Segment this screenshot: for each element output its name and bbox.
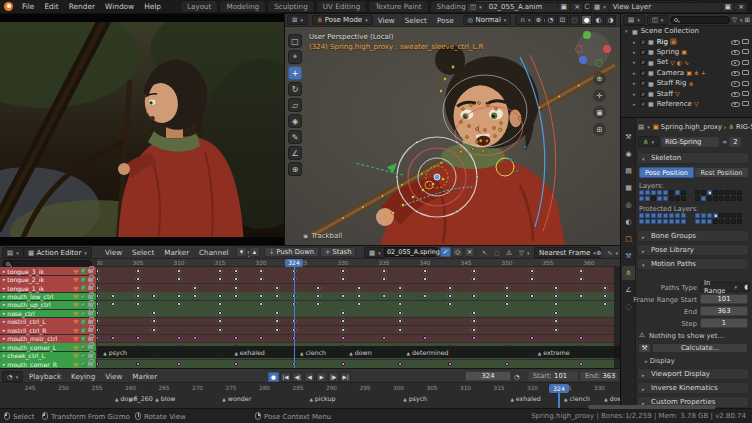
modifier-wrench-icon[interactable]: ⚒ [73,293,78,300]
layers-grid-right[interactable] [695,190,742,201]
close-scene-icon[interactable]: × [571,3,583,12]
layer-cell[interactable] [651,196,656,201]
keyframe[interactable] [97,293,100,299]
modifier-wrench-icon[interactable]: ⚒ [73,318,78,325]
frame-start-field[interactable]: Start: 101 [528,371,578,381]
keyframe[interactable] [529,293,535,299]
layer-cell[interactable] [701,196,706,201]
users-count-button[interactable]: 2 [729,137,741,147]
checkbox-icon[interactable]: ✓ [640,70,646,76]
keyframe[interactable] [340,293,346,299]
protected-layer-cell[interactable] [645,219,650,224]
disable-render-icon[interactable] [742,91,749,96]
disclosure-icon[interactable]: ▸ [633,70,640,76]
keyframe[interactable] [447,285,453,291]
keyframe[interactable] [603,285,609,291]
keyframe[interactable] [176,335,182,341]
panel-motion-paths[interactable]: Motion Paths [637,258,749,270]
outliner-item-staff[interactable]: ▸✓▦Staff▽ [621,88,752,98]
keyframe[interactable] [97,302,100,308]
menu-help[interactable]: Help [139,2,166,11]
layer-cell[interactable] [663,190,668,195]
disclosure-icon[interactable]: ▸ [633,101,640,107]
layer-cell[interactable] [737,190,742,195]
material-shading-icon[interactable]: ◐ [593,15,604,25]
next-keyframe-button[interactable]: |▶ [328,372,339,382]
modifier-wrench-icon[interactable]: ⚒ [73,285,78,292]
timeline-marker-f-260[interactable]: F_260 [129,395,153,402]
keyframe[interactable] [217,327,223,333]
pointer-icon[interactable]: ↖ [482,247,487,258]
expand-icon[interactable]: ▸ [3,319,5,324]
lock-icon[interactable] [88,278,93,282]
calculate-button[interactable]: Calculate... [652,343,748,353]
keyframe[interactable] [398,310,404,316]
timeline-editor-type-button[interactable]: ◔▾ [2,371,23,382]
keyframe[interactable] [603,293,609,299]
axis-x-neg-icon[interactable] [575,45,583,53]
keyframe[interactable] [97,285,100,291]
marker-extreme[interactable]: extreme [538,349,570,356]
disclosure-icon[interactable]: ▸ [633,39,640,45]
hide-eye-icon[interactable] [731,38,739,46]
protected-layer-cell[interactable] [695,219,700,224]
previous-keyframe-button[interactable]: ◀| [292,372,303,382]
layer-cell[interactable] [701,190,706,195]
keyframe[interactable] [152,319,158,325]
keyframe[interactable] [504,302,510,308]
channel-enable-checkbox[interactable]: ✓ [81,328,87,334]
keyframe[interactable] [234,276,240,282]
protected-layer-cell[interactable] [701,219,706,224]
outliner-item-rig[interactable]: ▸✓▦Rig⋔ [621,36,752,46]
expand-icon[interactable]: ▸ [3,302,5,307]
keyframe[interactable] [176,361,182,367]
timeline-menu-view[interactable]: View [100,372,127,381]
properties-tab-world[interactable]: ◐ [622,215,635,229]
keyframe[interactable] [275,293,281,299]
key-row-mouth-low-ctrl[interactable] [97,292,620,300]
keyframe[interactable] [275,319,281,325]
keyframe[interactable] [381,335,387,341]
channel-mouth-corner-l[interactable]: ▸mouth_corner_L⚒✓ [0,343,96,351]
view-layer-selector[interactable]: ▦▾ View Layer ▣ × [590,2,748,13]
keyframe[interactable] [340,361,346,367]
timeline-marker-down[interactable]: down [604,395,620,402]
view-layer-name[interactable]: View Layer [610,3,722,12]
camera-view-icon[interactable]: ▣ [593,106,606,119]
channel-tongue-2-ik[interactable]: ▸tongue_2_ik⚒✓ [0,276,96,284]
axis-y-neg-icon[interactable] [595,59,603,67]
wireframe-shading-icon[interactable]: ◌ [569,15,580,25]
3d-viewport[interactable]: ⊞▾ ⋔ Pose Mode▾ ViewSelectPose ◎ Normal▾… [285,14,620,245]
modifier-wrench-icon[interactable]: ⚒ [73,335,78,342]
outliner-item-camera[interactable]: ▸✓▦Camera▣⋔+ [621,68,752,78]
dope-menu-select[interactable]: Select [127,248,159,257]
hide-eye-icon[interactable] [731,90,739,98]
layer-cell[interactable] [707,190,712,195]
channel-enable-checkbox[interactable]: ✓ [81,285,87,291]
modifier-wrench-icon[interactable]: ⚒ [73,344,78,351]
new-scene-icon[interactable]: ▣ [558,3,572,12]
panel-pose-library[interactable]: Pose Library [637,244,749,256]
checkbox-icon[interactable]: ✓ [640,101,646,107]
menu-window[interactable]: Window [100,2,139,11]
checkbox-icon[interactable]: ✓ [640,91,646,97]
modifier-wrench-icon[interactable]: ⚒ [73,268,78,275]
keyframe[interactable] [340,335,346,341]
keyframe[interactable] [135,302,141,308]
channel-mouth-low-ctrl[interactable]: ▸mouth_low_ctrl⚒✓ [0,293,96,301]
keyframe[interactable] [193,293,199,299]
keyframe[interactable] [398,285,404,291]
tool-rotate[interactable]: ↻ [288,82,302,96]
panel-inverse-kinematics[interactable]: Inverse Kinematics [637,382,749,394]
channel-mouth-mstr-ctrl[interactable]: ▸mouth_mstr_ctrl⚒✓ [0,335,96,343]
marker-exhaled[interactable]: exhaled [234,349,264,356]
keyframe[interactable] [176,276,182,282]
new-view-layer-icon[interactable]: ▣ [722,3,736,12]
protected-layers-grid-left[interactable] [639,213,686,224]
modifier-wrench-icon[interactable]: ⚒ [73,276,78,283]
layer-cell[interactable] [669,190,674,195]
layer-cell[interactable] [651,190,656,195]
keyframe[interactable] [193,335,199,341]
keyframe[interactable] [234,335,240,341]
disable-render-icon[interactable] [742,101,749,106]
